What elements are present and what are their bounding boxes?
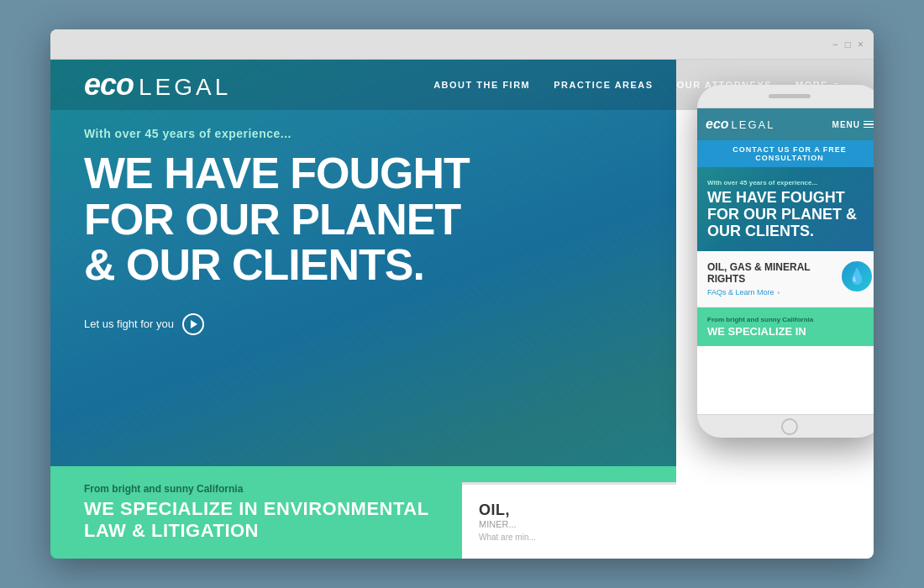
mobile-logo: eco LEGAL xyxy=(706,117,775,132)
browser-window: − □ × eco LEGAL ABOUT THE FIRM PRACTICE … xyxy=(50,29,874,559)
mobile-headline: WE HAVE FOUGHT FOR OUR PLANET & OUR CLIE… xyxy=(707,190,872,239)
mobile-oil-icon: 💧 xyxy=(842,261,872,291)
mobile-menu-button[interactable]: MENU xyxy=(832,120,874,129)
hamburger-line-1 xyxy=(864,121,874,123)
hamburger-icon xyxy=(864,121,874,129)
arrow-icon: › xyxy=(778,289,780,297)
mobile-speaker xyxy=(769,94,811,98)
home-circle-icon xyxy=(781,418,798,435)
logo-eco: eco xyxy=(84,67,134,102)
mobile-green-main: WE SPECIALIZE IN xyxy=(707,325,872,338)
minimize-btn[interactable]: − xyxy=(832,39,838,50)
logo-legal: LEGAL xyxy=(139,74,231,101)
mobile-subtext: With over 45 years of experience... xyxy=(707,179,872,186)
mobile-hero: With over 45 years of experience... WE H… xyxy=(697,167,874,251)
mobile-green-sub: From bright and sunny California xyxy=(707,316,872,323)
mobile-oil-title: OIL, GAS & MINERAL RIGHTS xyxy=(707,261,835,285)
close-btn[interactable]: × xyxy=(858,39,864,50)
hero-headline: WE HAVE FOUGHT FOR OUR PLANET & OUR CLIE… xyxy=(84,150,588,288)
browser-chrome: − □ × xyxy=(50,29,874,60)
website-container: eco LEGAL ABOUT THE FIRM PRACTICE AREAS … xyxy=(50,60,874,559)
mobile-logo-legal: LEGAL xyxy=(732,118,775,131)
hero-headline-line3: & OUR CLIENTS. xyxy=(84,240,424,289)
hero-headline-line1: WE HAVE FOUGHT xyxy=(84,149,470,197)
nav-practice[interactable]: PRACTICE AREAS xyxy=(554,80,653,90)
mobile-screen: eco LEGAL MENU CONTACT US FOR A FREE CON… xyxy=(697,108,874,414)
mobile-device: eco LEGAL MENU CONTACT US FOR A FREE CON… xyxy=(697,85,874,438)
mobile-oil-text: OIL, GAS & MINERAL RIGHTS FAQs & Learn M… xyxy=(707,261,835,297)
mobile-home-button[interactable] xyxy=(697,414,874,438)
maximize-btn[interactable]: □ xyxy=(845,39,851,50)
mobile-menu-label: MENU xyxy=(832,120,860,129)
hamburger-line-2 xyxy=(864,123,874,125)
site-logo: eco LEGAL xyxy=(84,67,433,102)
drop-icon: 💧 xyxy=(848,267,866,286)
mobile-notch xyxy=(697,85,874,108)
oil-title: OIL, xyxy=(479,501,659,519)
mobile-hero-content: With over 45 years of experience... WE H… xyxy=(707,179,872,239)
oil-desc: What are min... xyxy=(479,533,659,542)
browser-controls: − □ × xyxy=(832,39,864,50)
cta-text: Let us fight for you xyxy=(84,318,174,330)
hamburger-line-3 xyxy=(864,127,874,129)
hero-headline-line2: FOR OUR PLANET xyxy=(84,195,460,244)
mobile-logo-eco: eco xyxy=(706,117,729,132)
mobile-oil-section: OIL, GAS & MINERAL RIGHTS FAQs & Learn M… xyxy=(697,251,874,307)
mobile-nav: eco LEGAL MENU xyxy=(697,108,874,140)
nav-about[interactable]: ABOUT THE FIRM xyxy=(433,80,530,90)
play-button[interactable] xyxy=(182,313,204,335)
oil-section: OIL, MINER... What are min... xyxy=(462,482,676,559)
mobile-green-section: From bright and sunny California WE SPEC… xyxy=(697,307,874,346)
oil-subtitle: MINER... xyxy=(479,519,659,529)
mobile-oil-link[interactable]: FAQs & Learn More › xyxy=(707,288,835,297)
mobile-cta-bar[interactable]: CONTACT US FOR A FREE CONSULTATION xyxy=(697,140,874,167)
play-icon xyxy=(191,320,197,328)
